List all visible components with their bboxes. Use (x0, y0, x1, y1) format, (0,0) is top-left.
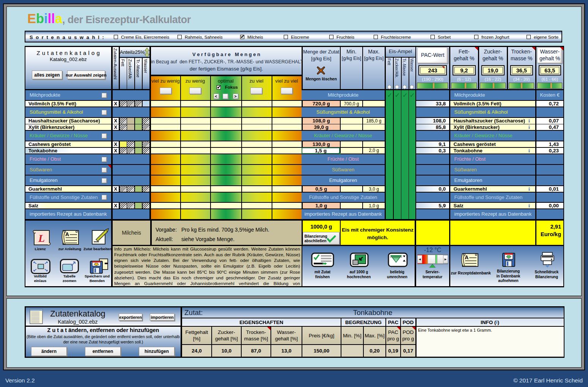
svg-text:A: A (65, 231, 69, 237)
svg-text:A: A (465, 254, 469, 260)
svg-text:L: L (38, 232, 45, 244)
